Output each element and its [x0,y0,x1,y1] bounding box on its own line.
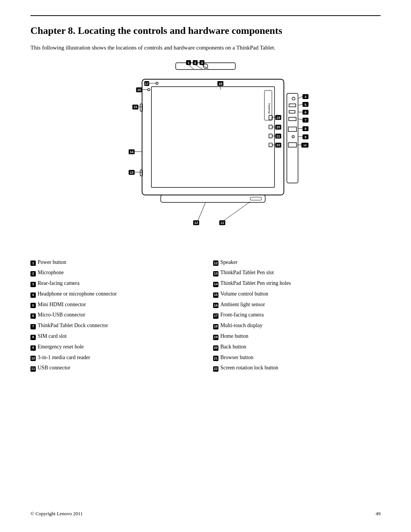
svg-text:13: 13 [130,171,134,174]
tablet-diagram: 1 2 3 ThinkPad 17 18 16 15 [76,60,335,250]
chapter-title: Chapter 8. Locating the controls and har… [30,25,381,37]
svg-line-87 [224,201,250,220]
svg-text:20: 20 [276,125,280,129]
page-number: 49 [376,511,381,517]
svg-text:4: 4 [304,95,306,99]
legend-item: 2Microphone [30,268,198,277]
svg-text:8: 8 [304,127,306,131]
legend-item: 6Micro-USB connector [30,310,198,320]
svg-text:1: 1 [188,61,190,64]
svg-rect-81 [269,143,272,147]
svg-line-44 [298,104,303,105]
legend-item: 12Speaker [213,258,381,267]
svg-text:19: 19 [276,115,280,119]
svg-text:2: 2 [194,61,196,64]
legend-badge: 4 [30,292,36,298]
intro-text: This following illustration shows the lo… [30,43,381,52]
diagram-area: 1 2 3 ThinkPad 17 18 16 15 [30,60,381,250]
svg-text:12: 12 [194,221,198,225]
legend-item: 103-in-1 media card reader [30,353,198,362]
legend-item: 16Ambient light sensor [213,300,381,309]
legend-badge: 7 [30,324,36,329]
legend-badge: 16 [213,303,218,308]
svg-rect-53 [289,117,296,120]
legend-badge: 12 [213,260,218,266]
svg-text:15: 15 [134,105,137,109]
legend-badge: 9 [30,345,36,351]
legend-badge: 1 [30,260,36,266]
svg-line-84 [198,202,206,220]
svg-rect-65 [288,142,297,147]
svg-text:17: 17 [145,81,149,85]
legend-item: 1Power button [30,258,198,267]
svg-text:14: 14 [130,150,134,154]
svg-point-41 [292,97,295,100]
legend-badge: 13 [213,271,218,276]
legend-item: 22Screen rotation lock button [213,363,381,372]
legend: 1Power button12Speaker2Microphone13Think… [30,258,381,373]
svg-line-52 [298,118,303,120]
legend-item: 20Back button [213,342,381,351]
svg-rect-45 [289,104,296,107]
legend-badge: 20 [213,345,218,351]
legend-badge: 10 [30,356,36,361]
svg-rect-73 [269,125,272,129]
svg-text:7: 7 [304,118,306,122]
footer: © Copyright Lenovo 2011 49 [30,511,381,517]
svg-rect-82 [161,195,265,202]
legend-item: 21Browser button [213,353,381,362]
svg-rect-57 [288,127,297,131]
legend-badge: 3 [30,282,36,287]
legend-badge: 8 [30,335,36,340]
legend-item: 11USB connector [30,363,198,372]
legend-badge: 21 [213,356,218,361]
legend-badge: 17 [213,313,218,319]
legend-badge: 5 [30,303,36,308]
svg-rect-11 [142,79,284,195]
svg-text:18: 18 [218,81,222,85]
svg-text:11: 11 [220,221,224,225]
legend-item: 4Headphone or microphone connector [30,289,198,299]
legend-badge: 15 [213,292,218,298]
svg-line-8 [188,64,194,69]
copyright: © Copyright Lenovo 2011 [30,511,83,517]
legend-item: 3Rear-facing camera [30,279,198,288]
svg-rect-12 [151,86,275,187]
svg-line-40 [298,96,303,99]
legend-badge: 22 [213,366,218,372]
svg-point-17 [156,82,158,84]
svg-text:10: 10 [303,144,307,147]
legend-item: 18Multi-touch display [213,321,381,330]
svg-line-9 [195,64,203,69]
legend-badge: 11 [30,366,36,372]
svg-point-61 [292,136,294,138]
legend-badge: 19 [213,335,218,340]
svg-text:3: 3 [201,61,203,64]
svg-text:5: 5 [304,102,306,106]
legend-badge: 2 [30,271,36,276]
legend-item: 19Home button [213,332,381,341]
svg-point-24 [148,88,150,91]
legend-badge: 6 [30,313,36,319]
legend-badge: 14 [213,282,218,287]
legend-item: 7ThinkPad Tablet Dock connector [30,321,198,330]
legend-item: 15Volume control button [213,289,381,299]
legend-item: 13ThinkPad Tablet Pen slot [213,268,381,277]
svg-text:22: 22 [276,143,280,147]
legend-item: 14ThinkPad Tablet Pen string holes [213,279,381,288]
svg-text:9: 9 [304,135,306,139]
legend-item: 8SIM card slot [30,332,198,341]
svg-text:6: 6 [304,110,306,114]
svg-rect-49 [289,110,295,113]
legend-item: 9Emergency reset hole [30,342,198,351]
svg-rect-77 [269,134,272,138]
svg-rect-83 [250,197,261,200]
legend-item: 17Front-facing camera [213,310,381,320]
legend-badge: 18 [213,324,218,329]
svg-text:21: 21 [276,134,280,138]
legend-item: 5Mini HDMI connector [30,300,198,309]
svg-text:16: 16 [137,88,141,92]
svg-text:ThinkPad: ThinkPad [268,102,271,113]
